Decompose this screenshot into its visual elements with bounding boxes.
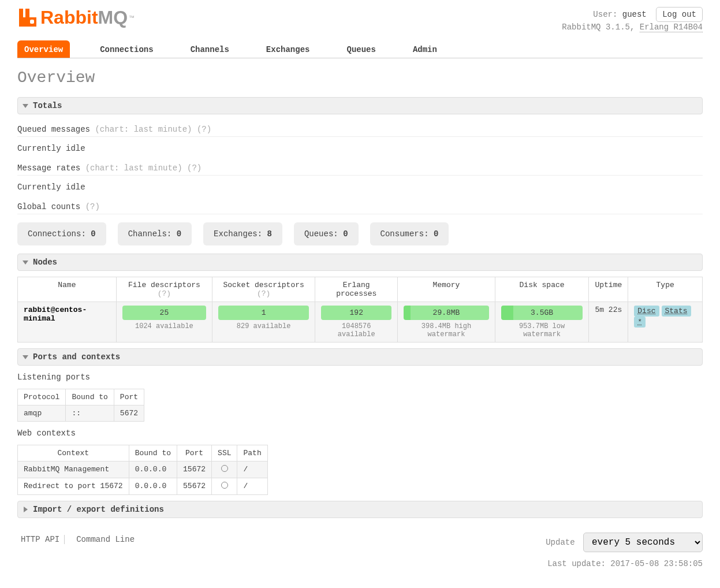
trademark: ™ [129,14,135,21]
update-interval-select[interactable]: every 5 seconds [583,533,703,552]
command-line-link[interactable]: Command Line [73,535,138,544]
disk-cell: 3.5GB953.7MB low watermark [495,302,589,342]
global-counts-heading: Global counts (?) [17,202,703,214]
col-port: Port [177,445,212,461]
chevron-down-icon [23,259,28,265]
mem-cell: 29.8MB398.4MB high watermark [398,302,495,342]
count-queues[interactable]: Queues: 0 [294,222,359,245]
col-bound: Bound to [66,389,114,405]
message-rates-heading: Message rates (chart: last minute) (?) [17,163,703,176]
table-row: Redirect to port 15672 0.0.0.0 55672 / [18,478,268,494]
user-info: User: guest Log out RabbitMQ 3.1.5, Erla… [562,7,703,34]
tab-overview[interactable]: Overview [17,40,70,58]
svg-rect-3 [30,20,34,24]
type-star-tag[interactable]: * [634,317,646,328]
user-name: guest [622,10,647,19]
chevron-down-icon [23,103,28,109]
user-label: User: [593,10,617,19]
rabbitmq-icon [17,8,38,28]
col-bound: Bound to [129,445,177,461]
logout-button[interactable]: Log out [656,7,703,22]
tab-channels[interactable]: Channels [184,40,236,58]
col-protocol: Protocol [18,389,66,405]
page-title: Overview [17,69,703,87]
svg-rect-1 [25,9,29,18]
nodes-table: Name File descriptors (?) Socket descrip… [17,277,703,343]
tab-connections[interactable]: Connections [93,40,160,58]
queued-messages-heading: Queued messages (chart: last minute) (?) [17,125,703,137]
col-mem: Memory [398,277,495,302]
sd-cell: 1829 available [212,302,315,342]
node-name-cell[interactable]: rabbit@centos-minimal [18,302,117,342]
col-path: Path [237,445,267,461]
section-ports-header[interactable]: Ports and contexts [17,348,703,366]
col-uptime: Uptime [589,277,628,302]
footer: HTTP APICommand Line Update every 5 seco… [17,533,703,568]
svg-marker-7 [24,507,28,512]
col-sd: Socket descriptors (?) [212,277,315,302]
ssl-off-icon [221,482,228,489]
app-version: 3.1.5 [606,23,630,32]
col-context: Context [18,445,129,461]
count-consumers[interactable]: Consumers: 0 [370,222,449,245]
chevron-right-icon [23,507,28,512]
tab-queues[interactable]: Queues [340,40,382,58]
uptime-cell: 5m 22s [589,302,628,342]
help-icon[interactable]: (?) [187,163,202,173]
type-stats-tag[interactable]: Stats [662,306,691,317]
help-icon[interactable]: (?) [257,289,270,298]
help-icon[interactable]: (?) [197,125,211,134]
svg-rect-0 [19,9,23,18]
fd-cell: 251024 available [116,302,212,342]
update-label: Update [546,538,574,547]
section-nodes-header[interactable]: Nodes [17,254,703,271]
tab-admin[interactable]: Admin [406,40,444,58]
help-icon[interactable]: (?) [158,289,171,298]
web-contexts-table: Context Bound to Port SSL Path RabbitMQ … [17,445,268,495]
count-channels[interactable]: Channels: 0 [118,222,192,245]
count-connections[interactable]: Connections: 0 [17,222,106,245]
logo: RabbitMQ™ [17,7,135,28]
web-contexts-title: Web contexts [17,429,703,438]
col-name: Name [18,277,117,302]
tab-exchanges[interactable]: Exchanges [259,40,317,58]
col-ssl: SSL [212,445,237,461]
type-disc-tag[interactable]: Disc [634,306,659,317]
global-counts: Connections: 0 Channels: 0 Exchanges: 8 … [17,222,703,245]
col-type: Type [628,277,703,302]
svg-marker-6 [23,355,28,359]
app-name: RabbitMQ [562,23,600,32]
chevron-down-icon [23,354,28,360]
svg-marker-4 [23,104,28,108]
section-totals-header[interactable]: Totals [17,97,703,114]
col-disk: Disk space [495,277,589,302]
queued-idle-text: Currently idle [17,144,703,153]
help-icon[interactable]: (?) [85,202,100,211]
http-api-link[interactable]: HTTP API [17,535,63,544]
type-cell: DiscStats* [628,302,703,342]
listening-ports-table: Protocol Bound to Port amqp :: 5672 [17,389,144,422]
listening-ports-title: Listening ports [17,373,703,382]
table-row: amqp :: 5672 [18,405,144,421]
header: RabbitMQ™ User: guest Log out RabbitMQ 3… [17,0,703,34]
ssl-off-icon [221,465,228,472]
svg-marker-5 [23,260,28,265]
section-import-header[interactable]: Import / export definitions [17,501,703,518]
ep-cell: 1921048576 available [315,302,398,342]
col-ep: Erlang processes [315,277,398,302]
main-tabs: Overview Connections Channels Exchanges … [17,40,703,58]
rates-idle-text: Currently idle [17,183,703,192]
col-fd: File descriptors (?) [116,277,212,302]
table-row: RabbitMQ Management 0.0.0.0 15672 / [18,461,268,478]
last-update: Last update: 2017-05-08 23:58:05 [546,559,703,568]
col-port: Port [114,389,144,405]
count-exchanges[interactable]: Exchanges: 8 [203,222,282,245]
node-row: rabbit@centos-minimal 251024 available 1… [18,302,703,342]
